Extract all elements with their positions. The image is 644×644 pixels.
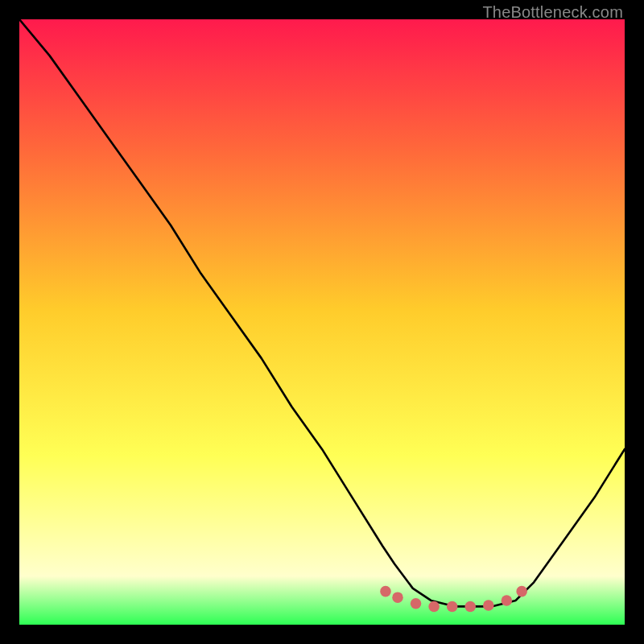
curve-layer bbox=[19, 19, 625, 625]
curve-markers bbox=[380, 586, 527, 612]
plot-area bbox=[19, 19, 625, 625]
curve-marker bbox=[411, 598, 422, 609]
curve-line bbox=[19, 19, 625, 606]
chart-outer-frame: TheBottleneck.com bbox=[0, 0, 644, 644]
curve-marker bbox=[516, 586, 527, 597]
curve-marker bbox=[447, 601, 458, 613]
curve-marker bbox=[428, 601, 440, 613]
curve-marker bbox=[392, 592, 403, 603]
curve-marker bbox=[483, 600, 494, 611]
curve-marker bbox=[464, 601, 476, 613]
curve-marker bbox=[380, 586, 391, 597]
curve-marker bbox=[502, 595, 513, 606]
